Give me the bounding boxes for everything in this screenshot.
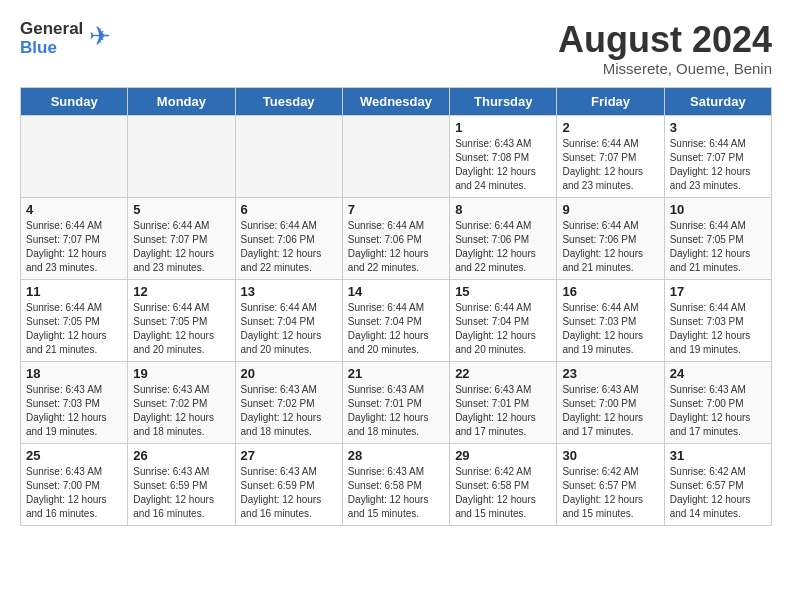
day-info: Sunrise: 6:43 AM Sunset: 7:00 PM Dayligh… [26,465,122,521]
day-number: 31 [670,448,766,463]
day-number: 10 [670,202,766,217]
day-number: 16 [562,284,658,299]
day-info: Sunrise: 6:43 AM Sunset: 7:01 PM Dayligh… [455,383,551,439]
day-info: Sunrise: 6:44 AM Sunset: 7:05 PM Dayligh… [26,301,122,357]
calendar-cell: 14Sunrise: 6:44 AM Sunset: 7:04 PM Dayli… [342,279,449,361]
logo: General Blue ✈ [20,20,111,57]
day-number: 11 [26,284,122,299]
location-subtitle: Misserete, Oueme, Benin [558,60,772,77]
day-number: 2 [562,120,658,135]
day-info: Sunrise: 6:43 AM Sunset: 6:59 PM Dayligh… [133,465,229,521]
day-info: Sunrise: 6:44 AM Sunset: 7:07 PM Dayligh… [26,219,122,275]
day-info: Sunrise: 6:43 AM Sunset: 7:00 PM Dayligh… [670,383,766,439]
day-info: Sunrise: 6:43 AM Sunset: 7:02 PM Dayligh… [133,383,229,439]
calendar-header-row: SundayMondayTuesdayWednesdayThursdayFrid… [21,87,772,115]
calendar-cell: 6Sunrise: 6:44 AM Sunset: 7:06 PM Daylig… [235,197,342,279]
day-info: Sunrise: 6:44 AM Sunset: 7:03 PM Dayligh… [562,301,658,357]
calendar-cell: 30Sunrise: 6:42 AM Sunset: 6:57 PM Dayli… [557,443,664,525]
logo-blue-text: Blue [20,39,83,58]
day-number: 9 [562,202,658,217]
day-number: 27 [241,448,337,463]
day-info: Sunrise: 6:44 AM Sunset: 7:07 PM Dayligh… [133,219,229,275]
logo-general-text: General [20,20,83,39]
day-info: Sunrise: 6:44 AM Sunset: 7:05 PM Dayligh… [670,219,766,275]
calendar-cell: 28Sunrise: 6:43 AM Sunset: 6:58 PM Dayli… [342,443,449,525]
calendar-cell: 23Sunrise: 6:43 AM Sunset: 7:00 PM Dayli… [557,361,664,443]
day-info: Sunrise: 6:43 AM Sunset: 6:59 PM Dayligh… [241,465,337,521]
day-info: Sunrise: 6:44 AM Sunset: 7:04 PM Dayligh… [455,301,551,357]
day-of-week-header: Friday [557,87,664,115]
day-number: 30 [562,448,658,463]
calendar-cell: 17Sunrise: 6:44 AM Sunset: 7:03 PM Dayli… [664,279,771,361]
day-info: Sunrise: 6:44 AM Sunset: 7:06 PM Dayligh… [455,219,551,275]
calendar-week-row: 4Sunrise: 6:44 AM Sunset: 7:07 PM Daylig… [21,197,772,279]
calendar-cell: 29Sunrise: 6:42 AM Sunset: 6:58 PM Dayli… [450,443,557,525]
calendar-cell: 18Sunrise: 6:43 AM Sunset: 7:03 PM Dayli… [21,361,128,443]
day-number: 15 [455,284,551,299]
day-number: 20 [241,366,337,381]
day-of-week-header: Thursday [450,87,557,115]
calendar-body: 1Sunrise: 6:43 AM Sunset: 7:08 PM Daylig… [21,115,772,525]
calendar-cell: 19Sunrise: 6:43 AM Sunset: 7:02 PM Dayli… [128,361,235,443]
calendar-cell: 22Sunrise: 6:43 AM Sunset: 7:01 PM Dayli… [450,361,557,443]
calendar-week-row: 1Sunrise: 6:43 AM Sunset: 7:08 PM Daylig… [21,115,772,197]
day-number: 26 [133,448,229,463]
calendar-cell: 27Sunrise: 6:43 AM Sunset: 6:59 PM Dayli… [235,443,342,525]
day-number: 28 [348,448,444,463]
day-of-week-header: Wednesday [342,87,449,115]
calendar-cell: 12Sunrise: 6:44 AM Sunset: 7:05 PM Dayli… [128,279,235,361]
month-title: August 2024 [558,20,772,60]
calendar-cell [128,115,235,197]
day-info: Sunrise: 6:43 AM Sunset: 6:58 PM Dayligh… [348,465,444,521]
calendar-cell: 21Sunrise: 6:43 AM Sunset: 7:01 PM Dayli… [342,361,449,443]
day-number: 6 [241,202,337,217]
day-info: Sunrise: 6:44 AM Sunset: 7:06 PM Dayligh… [241,219,337,275]
calendar-cell: 5Sunrise: 6:44 AM Sunset: 7:07 PM Daylig… [128,197,235,279]
day-number: 8 [455,202,551,217]
day-number: 4 [26,202,122,217]
day-number: 17 [670,284,766,299]
calendar-cell: 31Sunrise: 6:42 AM Sunset: 6:57 PM Dayli… [664,443,771,525]
day-number: 23 [562,366,658,381]
day-number: 18 [26,366,122,381]
day-info: Sunrise: 6:43 AM Sunset: 7:01 PM Dayligh… [348,383,444,439]
day-info: Sunrise: 6:44 AM Sunset: 7:07 PM Dayligh… [562,137,658,193]
day-number: 25 [26,448,122,463]
logo-bird-icon: ✈ [89,21,111,52]
calendar-cell [235,115,342,197]
day-info: Sunrise: 6:43 AM Sunset: 7:08 PM Dayligh… [455,137,551,193]
calendar-table: SundayMondayTuesdayWednesdayThursdayFrid… [20,87,772,526]
day-info: Sunrise: 6:43 AM Sunset: 7:02 PM Dayligh… [241,383,337,439]
day-number: 29 [455,448,551,463]
day-number: 21 [348,366,444,381]
day-number: 19 [133,366,229,381]
calendar-cell: 20Sunrise: 6:43 AM Sunset: 7:02 PM Dayli… [235,361,342,443]
day-of-week-header: Tuesday [235,87,342,115]
calendar-cell: 4Sunrise: 6:44 AM Sunset: 7:07 PM Daylig… [21,197,128,279]
calendar-cell: 3Sunrise: 6:44 AM Sunset: 7:07 PM Daylig… [664,115,771,197]
day-info: Sunrise: 6:42 AM Sunset: 6:57 PM Dayligh… [562,465,658,521]
calendar-cell: 10Sunrise: 6:44 AM Sunset: 7:05 PM Dayli… [664,197,771,279]
calendar-cell: 24Sunrise: 6:43 AM Sunset: 7:00 PM Dayli… [664,361,771,443]
day-number: 3 [670,120,766,135]
day-number: 22 [455,366,551,381]
day-number: 12 [133,284,229,299]
calendar-week-row: 18Sunrise: 6:43 AM Sunset: 7:03 PM Dayli… [21,361,772,443]
calendar-cell: 2Sunrise: 6:44 AM Sunset: 7:07 PM Daylig… [557,115,664,197]
day-info: Sunrise: 6:44 AM Sunset: 7:03 PM Dayligh… [670,301,766,357]
day-info: Sunrise: 6:44 AM Sunset: 7:06 PM Dayligh… [562,219,658,275]
day-of-week-header: Saturday [664,87,771,115]
day-info: Sunrise: 6:42 AM Sunset: 6:58 PM Dayligh… [455,465,551,521]
calendar-cell: 16Sunrise: 6:44 AM Sunset: 7:03 PM Dayli… [557,279,664,361]
day-number: 14 [348,284,444,299]
calendar-cell: 13Sunrise: 6:44 AM Sunset: 7:04 PM Dayli… [235,279,342,361]
calendar-week-row: 25Sunrise: 6:43 AM Sunset: 7:00 PM Dayli… [21,443,772,525]
calendar-cell: 11Sunrise: 6:44 AM Sunset: 7:05 PM Dayli… [21,279,128,361]
day-number: 1 [455,120,551,135]
day-info: Sunrise: 6:44 AM Sunset: 7:06 PM Dayligh… [348,219,444,275]
page-header: General Blue ✈ August 2024 Misserete, Ou… [20,20,772,77]
calendar-cell: 26Sunrise: 6:43 AM Sunset: 6:59 PM Dayli… [128,443,235,525]
day-number: 24 [670,366,766,381]
day-info: Sunrise: 6:43 AM Sunset: 7:03 PM Dayligh… [26,383,122,439]
calendar-cell [21,115,128,197]
